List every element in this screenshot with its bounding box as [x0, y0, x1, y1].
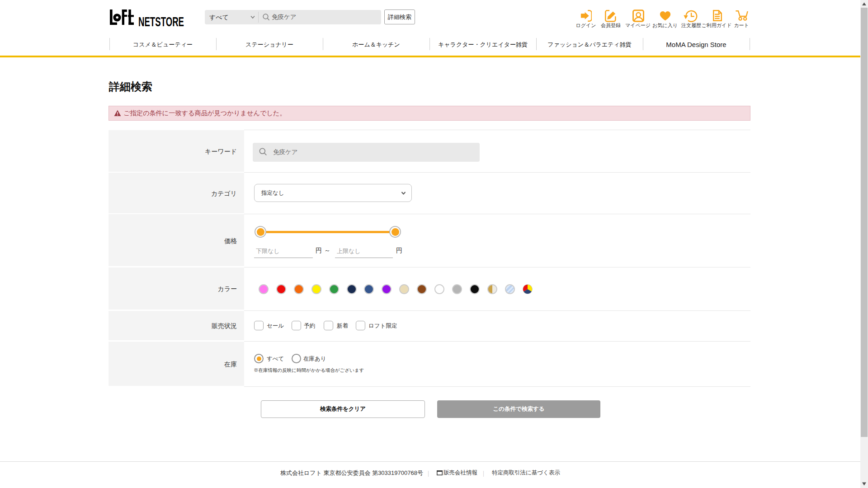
svg-text:NETSTORE: NETSTORE — [138, 14, 184, 28]
